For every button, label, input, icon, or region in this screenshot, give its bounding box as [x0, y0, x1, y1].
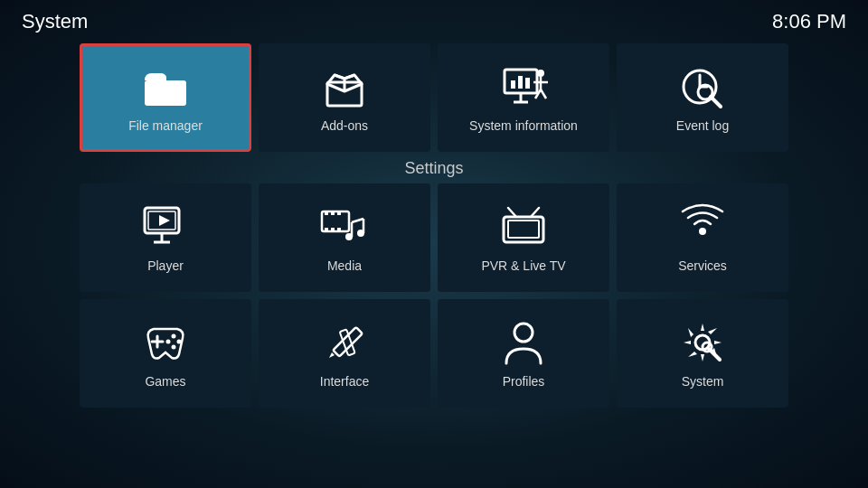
- player-icon: [141, 202, 190, 251]
- svg-rect-6: [511, 80, 515, 89]
- tile-games[interactable]: Games: [80, 299, 251, 408]
- top-tiles-row: File manager Add-ons: [0, 43, 868, 152]
- page-title: System: [22, 10, 88, 33]
- system-info-icon: [499, 62, 548, 111]
- svg-rect-8: [525, 78, 530, 89]
- svg-point-35: [357, 230, 364, 237]
- svg-rect-37: [508, 221, 539, 238]
- svg-point-9: [537, 70, 544, 77]
- svg-rect-28: [325, 228, 328, 231]
- tile-interface-label: Interface: [320, 374, 369, 389]
- svg-line-13: [541, 89, 546, 99]
- tile-file-manager-label: File manager: [128, 118, 203, 133]
- media-icon: [320, 202, 369, 251]
- tile-pvr-live-tv[interactable]: PVR & Live TV: [438, 183, 609, 292]
- pvr-icon: [499, 202, 548, 251]
- svg-rect-30: [337, 228, 341, 231]
- svg-rect-26: [331, 211, 335, 215]
- event-log-icon: [678, 62, 727, 111]
- svg-marker-21: [159, 215, 170, 226]
- tile-pvr-label: PVR & Live TV: [481, 258, 565, 273]
- tile-event-log[interactable]: Event log: [617, 43, 788, 152]
- games-icon: [141, 318, 190, 367]
- svg-rect-25: [325, 211, 328, 215]
- services-icon: [678, 202, 727, 251]
- svg-point-50: [514, 324, 533, 342]
- clock: 8:06 PM: [772, 10, 846, 33]
- tile-games-label: Games: [145, 374, 185, 389]
- svg-rect-27: [337, 211, 341, 215]
- tile-player-label: Player: [147, 258, 184, 273]
- tile-media-label: Media: [327, 258, 362, 273]
- settings-grid: Player: [0, 183, 868, 408]
- svg-point-45: [172, 345, 176, 350]
- header: System 8:06 PM: [0, 0, 868, 43]
- tile-file-manager[interactable]: File manager: [80, 43, 251, 152]
- settings-row-1: Player: [22, 183, 846, 292]
- addons-icon: [320, 62, 369, 111]
- svg-line-32: [352, 219, 363, 222]
- svg-marker-48: [329, 352, 335, 358]
- svg-point-44: [177, 340, 182, 344]
- settings-label: Settings: [0, 159, 868, 178]
- tile-system[interactable]: System: [617, 299, 788, 408]
- svg-rect-29: [331, 228, 335, 231]
- tile-event-log-label: Event log: [676, 118, 729, 133]
- svg-line-17: [711, 97, 721, 107]
- profiles-icon: [499, 318, 548, 367]
- svg-point-43: [172, 334, 176, 339]
- svg-point-46: [166, 340, 171, 344]
- svg-point-34: [345, 233, 353, 240]
- system-icon: [678, 318, 727, 367]
- svg-point-40: [699, 228, 706, 235]
- tile-system-label: System: [682, 374, 724, 389]
- tile-system-information-label: System information: [469, 118, 578, 133]
- tile-services[interactable]: Services: [617, 183, 788, 292]
- tile-player[interactable]: Player: [80, 183, 251, 292]
- folder-icon: [141, 62, 190, 111]
- interface-icon: [320, 318, 369, 367]
- svg-rect-0: [145, 80, 186, 106]
- settings-row-2: Games Interface: [22, 299, 846, 408]
- tile-profiles-label: Profiles: [503, 374, 545, 389]
- tile-add-ons[interactable]: Add-ons: [259, 43, 430, 152]
- tile-media[interactable]: Media: [259, 183, 430, 292]
- tile-system-information[interactable]: System information: [438, 43, 609, 152]
- svg-rect-7: [518, 76, 523, 89]
- tile-profiles[interactable]: Profiles: [438, 299, 609, 408]
- tile-interface[interactable]: Interface: [259, 299, 430, 408]
- tile-add-ons-label: Add-ons: [321, 118, 368, 133]
- tile-services-label: Services: [678, 258, 727, 273]
